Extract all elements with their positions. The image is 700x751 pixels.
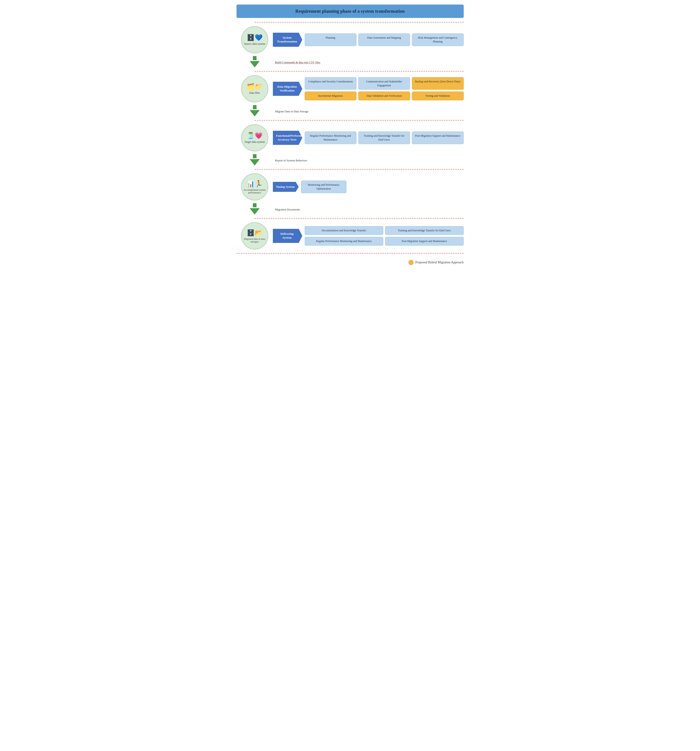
documentation-box: Documentation and Knowledge Transfer — [305, 226, 383, 235]
arrow-4-col — [237, 203, 273, 215]
dashed-divider-3 — [255, 120, 464, 121]
training-knowledge-box: Training and Knowledge Transfer for End-… — [358, 131, 410, 144]
section-4-boxes: Monitoring and Performance Optimization — [301, 181, 464, 193]
tuning-arrow: Tuning System — [273, 182, 299, 192]
legend-dot — [409, 260, 413, 265]
delivering-arrow: Delivering System — [273, 229, 302, 243]
section-1-boxes: Planning Data Assessment and Mapping Ris… — [305, 33, 464, 46]
training-end-users-box: Training and Knowledge Transfer for End-… — [385, 226, 464, 235]
section-5-boxes: Documentation and Knowledge Transfer Tra… — [305, 226, 464, 246]
dashed-divider-4 — [255, 169, 464, 170]
down-stem-1 — [253, 56, 257, 60]
accomplished-circle: 📊🏃 Accomplished system performance — [241, 173, 268, 201]
compliance-box: Compliance and Security Considerations — [305, 77, 356, 90]
communication-box: Communication and Stakeholder Engagement — [358, 77, 410, 90]
down-stem-2 — [253, 105, 257, 109]
down-arrow-3 — [250, 159, 260, 165]
planning-box: Planning — [305, 33, 356, 46]
data-migration-arrow: Data Migration Verification — [273, 82, 302, 96]
annotation-report: Report of System Behaviors — [275, 159, 307, 163]
section-5-right: Delivering System Documentation and Know… — [273, 226, 464, 246]
down-arrow-1 — [250, 61, 260, 67]
database-icon: 🗄️💙 — [247, 34, 263, 41]
section-2-left: 🗂️📁 Data files — [237, 75, 273, 102]
risk-management-box: Risk Management and Contingency Planning — [412, 33, 464, 46]
system-transformation-arrow: System Transformation — [273, 33, 302, 47]
source-system-circle: 🗄️💙 Source data system — [241, 26, 268, 53]
section-4-left: 📊🏃 Accomplished system performance — [237, 173, 273, 201]
arrow-annotation-2: Migrate Data to Data Storage — [237, 105, 464, 117]
arrow-annotation-1: Build Commands & data into CSV files — [237, 56, 464, 68]
post-migration-box-2: Post-Migration Support and Maintenance — [385, 237, 464, 246]
down-arrow-2 — [250, 110, 260, 116]
annotation-migration-docs: Migration Documents — [275, 208, 300, 212]
arrow-1-col — [237, 56, 273, 68]
files-icon: 🗂️📁 — [247, 83, 263, 90]
migrated-data-circle: 🗄️📂 Migrated data in data storages — [241, 222, 268, 249]
legend: Proposed Hybrid Migration Approach — [237, 260, 464, 265]
backup-box: Backup and Recovery (Zero Down Time) — [412, 77, 464, 90]
section-2-row: 🗂️📁 Data files Data Migration Verificati… — [237, 75, 464, 102]
legend-label: Proposed Hybrid Migration Approach — [415, 261, 464, 264]
section-2-right: Data Migration Verification Compliance a… — [273, 77, 464, 100]
section-1-left: 🗄️💙 Source data system — [237, 26, 273, 53]
dashed-divider-5 — [255, 218, 464, 219]
section-5-left: 🗄️📂 Migrated data in data storages — [237, 222, 273, 249]
regular-perf-box-2: Regular Performance Monitoring and Maint… — [305, 237, 383, 246]
section-4-right: Tuning System Monitoring and Performance… — [273, 181, 464, 193]
arrow-3-col — [237, 154, 273, 167]
section-1-right: System Transformation Planning Data Asse… — [273, 33, 464, 47]
dashed-divider-1 — [255, 22, 464, 22]
dashed-divider-2 — [255, 71, 464, 71]
accomplished-label: Accomplished system performance — [243, 189, 266, 194]
dashed-divider-6 — [237, 253, 464, 253]
incremental-box: Incremental Migration — [305, 91, 356, 100]
regular-perf-box: Regular Performance Monitoring and Maint… — [305, 131, 356, 144]
migrated-data-label: Migrated data in data storages — [243, 238, 266, 243]
gauge-icon: 📊🏃 — [247, 180, 263, 187]
data-files-label: Data files — [249, 91, 260, 95]
down-stem-3 — [253, 154, 257, 158]
target-icon: 🫙💗 — [247, 132, 263, 139]
down-arrow-4 — [250, 208, 260, 215]
section-3-right: Functional/Performance Accuracy Tests Re… — [273, 131, 464, 145]
data-files-circle: 🗂️📁 Data files — [241, 75, 268, 102]
section-4-row: 📊🏃 Accomplished system performance Tunin… — [237, 173, 464, 201]
testing-validation-box: Testing and Validation — [412, 91, 464, 100]
arrow-annotation-3: Report of System Behaviors — [237, 154, 464, 167]
diagram: Requirement planning phase of a system t… — [237, 5, 464, 265]
functional-arrow: Functional/Performance Accuracy Tests — [273, 131, 302, 145]
target-system-circle: 🫙💗 Target data system — [241, 124, 268, 151]
annotation-csv: Build Commands & data into CSV files — [275, 60, 321, 65]
post-migration-box: Post-Migration Support and Maintenance — [412, 131, 464, 144]
source-system-label: Source data system — [244, 42, 265, 46]
arrow-2-col — [237, 105, 273, 117]
section-1-row: 🗄️💙 Source data system System Transforma… — [237, 26, 464, 53]
annotation-migrate: Migrate Data to Data Storage — [275, 110, 308, 114]
monitoring-optimization-box: Monitoring and Performance Optimization — [301, 181, 347, 193]
section-3-left: 🫙💗 Target data system — [237, 124, 273, 151]
header-title: Requirement planning phase of a system t… — [237, 5, 464, 18]
down-stem-4 — [253, 203, 257, 207]
section-5-row: 🗄️📂 Migrated data in data storages Deliv… — [237, 222, 464, 249]
section-2-boxes: Compliance and Security Considerations C… — [305, 77, 464, 100]
arrow-annotation-4: Migration Documents — [237, 203, 464, 215]
data-assessment-box: Data Assessment and Mapping — [358, 33, 410, 46]
storage-icon: 🗄️📂 — [247, 229, 263, 236]
target-system-label: Target data system — [245, 140, 265, 144]
section-3-row: 🫙💗 Target data system Functional/Perform… — [237, 124, 464, 151]
section-3-boxes: Regular Performance Monitoring and Maint… — [305, 131, 464, 144]
data-validation-box: Data Validation and Verification — [358, 91, 410, 100]
